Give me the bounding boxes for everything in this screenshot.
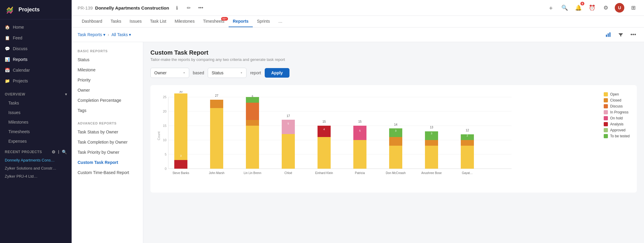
more-options-icon[interactable]: ••• xyxy=(628,30,638,39)
bar-chart: 25 20 15 10 5 0 Count xyxy=(156,91,631,187)
sidebar-item-label: Home xyxy=(13,25,24,30)
menu-item-task-status-owner[interactable]: Task Status by Owner xyxy=(72,127,143,137)
sidebar-item-tasks[interactable]: Tasks xyxy=(0,98,72,108)
chevron-down-icon: ▾ xyxy=(129,32,131,37)
breadcrumb-task-reports[interactable]: Task Reports ▾ xyxy=(78,32,105,37)
svg-text:15: 15 xyxy=(322,120,326,123)
filter-icon[interactable] xyxy=(616,30,625,39)
chart-container: Open Closed Discuss In Progress xyxy=(150,85,637,193)
svg-text:Chloé: Chloé xyxy=(284,171,292,175)
recent-item-donnelly[interactable]: Donnelly Apartments Cons… xyxy=(0,156,72,164)
svg-rect-72 xyxy=(461,146,474,169)
svg-rect-31 xyxy=(246,120,259,126)
svg-text:2: 2 xyxy=(466,134,468,137)
sidebar-item-reports[interactable]: 📊 Reports xyxy=(0,54,72,65)
settings-icon[interactable]: ⚙ xyxy=(601,3,611,13)
sidebar-item-issues[interactable]: Issues xyxy=(0,108,72,117)
avatar[interactable]: U xyxy=(615,3,624,13)
tab-issues[interactable]: Issues xyxy=(125,16,146,27)
search-icon[interactable]: 🔍 xyxy=(62,150,67,154)
legend-item-discuss: Discuss xyxy=(604,104,630,108)
tab-more[interactable]: … xyxy=(274,16,286,27)
topbar-wrapper: PR-139 Donnelly Apartments Construction … xyxy=(72,0,644,27)
menu-item-custom-time[interactable]: Custom Time-Based Report xyxy=(72,167,143,178)
notifications-icon[interactable]: 🔔 9 xyxy=(574,3,583,13)
tab-tasklist[interactable]: Task List xyxy=(146,16,170,27)
sidebar-item-discuss[interactable]: 💬 Discuss xyxy=(0,43,72,54)
legend-color-analysis xyxy=(604,122,608,126)
report-subtitle: Tailor-make the reports by comparing any… xyxy=(150,57,637,62)
tab-tasks[interactable]: Tasks xyxy=(107,16,126,27)
svg-text:15: 15 xyxy=(358,120,362,123)
menu-item-task-priority-owner[interactable]: Task Priority by Owner xyxy=(72,147,143,157)
overview-section: Overview ▾ xyxy=(0,89,72,98)
field1-select[interactable]: Owner Status Priority Milestone xyxy=(150,68,189,78)
grid-icon[interactable]: ⊞ xyxy=(628,3,638,13)
chart-view-icon[interactable] xyxy=(603,30,613,39)
sidebar-item-calendar[interactable]: 📅 Calendar xyxy=(0,65,72,76)
svg-text:3: 3 xyxy=(180,154,181,157)
svg-text:13: 13 xyxy=(430,126,433,129)
svg-rect-38 xyxy=(282,134,295,169)
sidebar-item-feed[interactable]: 📋 Feed xyxy=(0,33,72,43)
sidebar-item-label: Calendar xyxy=(13,68,30,73)
edit-icon[interactable]: ✏ xyxy=(185,4,193,12)
projects-icon: 📁 xyxy=(5,79,10,83)
svg-rect-19 xyxy=(174,93,187,169)
more-options-icon[interactable]: ••• xyxy=(197,4,205,12)
svg-text:12: 12 xyxy=(466,129,469,132)
sidebar-logo: Projects xyxy=(0,0,72,19)
svg-rect-29 xyxy=(246,126,259,169)
menu-item-tags[interactable]: Tags xyxy=(72,105,143,116)
breadcrumb-all-tasks[interactable]: All Tasks ▾ xyxy=(111,32,131,37)
add-icon[interactable]: ＋ xyxy=(546,3,556,13)
sidebar-item-label: Projects xyxy=(13,79,28,83)
recent-projects-section: Recent Projects ⚙ | 🔍 xyxy=(0,146,72,156)
svg-text:Einhard Klein: Einhard Klein xyxy=(315,171,333,175)
menu-item-custom-task[interactable]: Custom Task Report xyxy=(72,157,143,167)
calendar-icon: 📅 xyxy=(5,68,10,73)
search-icon[interactable]: 🔍 xyxy=(560,3,569,13)
svg-rect-74 xyxy=(461,140,474,146)
apply-button[interactable]: Apply xyxy=(265,68,289,78)
svg-text:25: 25 xyxy=(163,95,167,99)
sidebar-item-milestones[interactable]: Milestones xyxy=(0,117,72,127)
app-name: Projects xyxy=(19,7,40,13)
alerts-icon[interactable]: ⏰ xyxy=(587,3,597,13)
field2-select[interactable]: Status Owner Priority Milestone xyxy=(208,68,246,78)
tab-timesheets[interactable]: Timesheets 99+ xyxy=(199,16,229,27)
tab-sprints[interactable]: Sprints xyxy=(253,16,274,27)
info-icon[interactable]: ℹ xyxy=(173,4,181,12)
menu-item-task-completion-owner[interactable]: Task Completion by Owner xyxy=(72,137,143,147)
menu-item-owner[interactable]: Owner xyxy=(72,85,143,95)
timesheets-badge: 99+ xyxy=(221,17,228,21)
svg-text:Anushree Bose: Anushree Bose xyxy=(421,171,442,175)
recent-item-other[interactable]: Zylker PRJ-4 Ltd… xyxy=(0,172,72,180)
tab-reports[interactable]: Reports xyxy=(229,16,253,27)
sidebar-item-expenses[interactable]: Expenses xyxy=(0,136,72,146)
chevron-down-icon[interactable]: ▾ xyxy=(65,92,67,96)
filter-icon[interactable]: ⚙ xyxy=(52,150,56,154)
recent-item-zylker[interactable]: Zylker Solutions and Constr… xyxy=(0,164,72,172)
menu-item-completion[interactable]: Completion Percentage xyxy=(72,95,143,105)
sidebar-item-projects[interactable]: 📁 Projects xyxy=(0,76,72,86)
tab-milestones[interactable]: Milestones xyxy=(170,16,199,27)
breadcrumb-row: Task Reports ▾ › All Tasks ▾ ••• xyxy=(72,27,644,42)
legend-color-open xyxy=(604,92,608,96)
legend-item-tobetested: To be tested xyxy=(604,134,630,138)
breadcrumb: Task Reports ▾ › All Tasks ▾ xyxy=(78,32,131,37)
basic-reports-title: BASIC REPORTS xyxy=(72,47,143,55)
menu-item-status[interactable]: Status xyxy=(72,55,143,65)
svg-text:Count: Count xyxy=(157,131,161,140)
sidebar-item-home[interactable]: 🏠 Home xyxy=(0,22,72,33)
sidebar-item-label: Feed xyxy=(13,36,22,40)
menu-item-priority[interactable]: Priority xyxy=(72,75,143,85)
menu-item-milestone[interactable]: Milestone xyxy=(72,65,143,75)
sidebar-item-timesheets[interactable]: Timesheets xyxy=(0,127,72,136)
content-area: Task Reports ▾ › All Tasks ▾ ••• xyxy=(72,27,644,243)
advanced-reports-title: ADVANCED REPORTS xyxy=(72,119,143,127)
legend-item-approved: Approved xyxy=(604,128,630,132)
tab-dashboard[interactable]: Dashboard xyxy=(78,16,107,27)
svg-text:Gayat…: Gayat… xyxy=(462,171,473,175)
recent-projects-icons: ⚙ | 🔍 xyxy=(52,150,67,154)
